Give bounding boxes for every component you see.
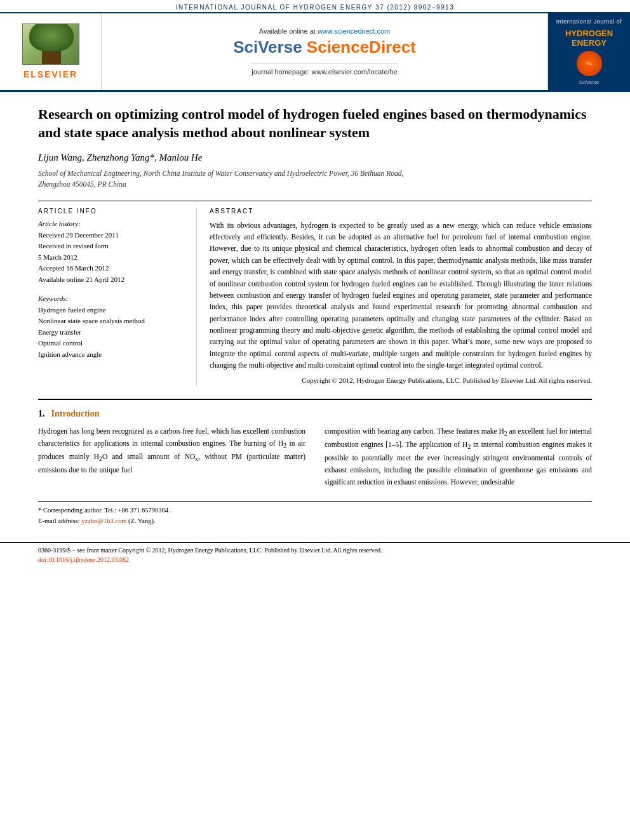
doi-link[interactable]: doi:10.1016/j.ijhydene.2012.03.082 bbox=[38, 556, 129, 563]
intro-left-col: Hydrogen has long been recognized as a c… bbox=[38, 425, 305, 488]
bottom-bar: 0360-3199/$ – see front matter Copyright… bbox=[0, 542, 630, 567]
keyword-4: Optimal control bbox=[38, 338, 184, 349]
journal-header-text: International Journal of Hydrogen Energy… bbox=[176, 4, 454, 11]
keyword-1: Hydrogen fueled engine bbox=[38, 305, 184, 316]
hydrogen-badge-title: International Journal of bbox=[556, 18, 622, 26]
keyword-2: Nonlinear state space analysis method bbox=[38, 316, 184, 327]
sciencedirect-logo: SciVerse ScienceDirect bbox=[233, 37, 416, 57]
separator-line-1 bbox=[38, 201, 592, 201]
section-number: 1. bbox=[38, 409, 45, 419]
intro-right-text: composition with bearing any carbon. The… bbox=[325, 427, 592, 486]
journal-header-bar: International Journal of Hydrogen Energy… bbox=[0, 0, 630, 13]
keywords-title: Keywords: bbox=[38, 295, 184, 302]
journal-homepage-text: journal homepage: www.elsevier.com/locat… bbox=[251, 63, 397, 76]
available-online-date: Available online 21 April 2012 bbox=[38, 274, 184, 286]
banner-area: ELSEVIER Available online at www.science… bbox=[0, 13, 630, 92]
received-date-1: Received 29 December 2011 bbox=[38, 230, 184, 241]
sciencedirect-center: Available online at www.sciencedirect.co… bbox=[102, 13, 547, 90]
abstract-column: Abstract With its obvious advantages, hy… bbox=[197, 208, 592, 387]
footnote-area: * Corresponding author. Tel.: +86 371 65… bbox=[38, 501, 592, 527]
corresponding-author-note: * Corresponding author. Tel.: +86 371 65… bbox=[38, 505, 592, 516]
received-revised-label: Received in revised form bbox=[38, 241, 184, 252]
hydrogen-badge-circle: H₂ bbox=[577, 51, 602, 76]
section-header: 1. Introduction bbox=[38, 409, 592, 419]
intro-right-col: composition with bearing any carbon. The… bbox=[325, 425, 592, 488]
received-revised-date: 5 March 2012 bbox=[38, 252, 184, 263]
accepted-date: Accepted 16 March 2012 bbox=[38, 263, 184, 274]
abstract-heading: Abstract bbox=[210, 208, 592, 215]
main-content: Research on optimizing control model of … bbox=[0, 92, 630, 540]
hydrogen-badge-highlight: HYDROGEN ENERGY bbox=[565, 29, 613, 48]
affiliation: School of Mechanical Engineering, North … bbox=[38, 168, 592, 190]
doi-line: doi:10.1016/j.ijhydene.2012.03.082 bbox=[38, 555, 592, 564]
introduction-section: 1. Introduction Hydrogen has long been r… bbox=[38, 409, 592, 488]
intro-left-text: Hydrogen has long been recognized as a c… bbox=[38, 427, 305, 474]
abstract-text: With its obvious advantages, hydrogen is… bbox=[210, 220, 592, 371]
paper-title: Research on optimizing control model of … bbox=[38, 105, 592, 142]
article-info-column: Article Info Article history: Received 2… bbox=[38, 208, 197, 387]
bottom-separator bbox=[38, 399, 592, 400]
available-online-text: Available online at www.sciencedirect.co… bbox=[259, 27, 390, 35]
email-note: E-mail address: yzzho@163.com (Z. Yang). bbox=[38, 516, 592, 527]
intro-columns: Hydrogen has long been recognized as a c… bbox=[38, 425, 592, 488]
article-history-title: Article history: bbox=[38, 220, 184, 227]
keywords-section: Keywords: Hydrogen fueled engine Nonline… bbox=[38, 295, 184, 361]
article-info-heading: Article Info bbox=[38, 208, 184, 215]
section-title: Introduction bbox=[51, 409, 100, 419]
sciencedirect-url[interactable]: www.sciencedirect.com bbox=[318, 27, 390, 35]
elsevier-tree-image bbox=[22, 23, 79, 65]
hydrogen-badge-sub: SciVerse bbox=[579, 79, 600, 85]
article-info-abstract: Article Info Article history: Received 2… bbox=[38, 208, 592, 387]
issn-line: 0360-3199/$ – see front matter Copyright… bbox=[38, 545, 592, 555]
email-link[interactable]: yzzho@163.com bbox=[81, 517, 126, 524]
copyright-text: Copyright © 2012, Hydrogen Energy Public… bbox=[210, 375, 592, 387]
keyword-5: Ignition advance angle bbox=[38, 349, 184, 361]
elsevier-logo-box: ELSEVIER bbox=[0, 13, 102, 90]
elsevier-label: ELSEVIER bbox=[23, 69, 77, 79]
hydrogen-energy-badge: International Journal of HYDROGEN ENERGY… bbox=[547, 13, 630, 90]
authors: Lijun Wang, Zhenzhong Yang*, Manlou He bbox=[38, 152, 592, 163]
keyword-3: Energy transfer bbox=[38, 327, 184, 338]
